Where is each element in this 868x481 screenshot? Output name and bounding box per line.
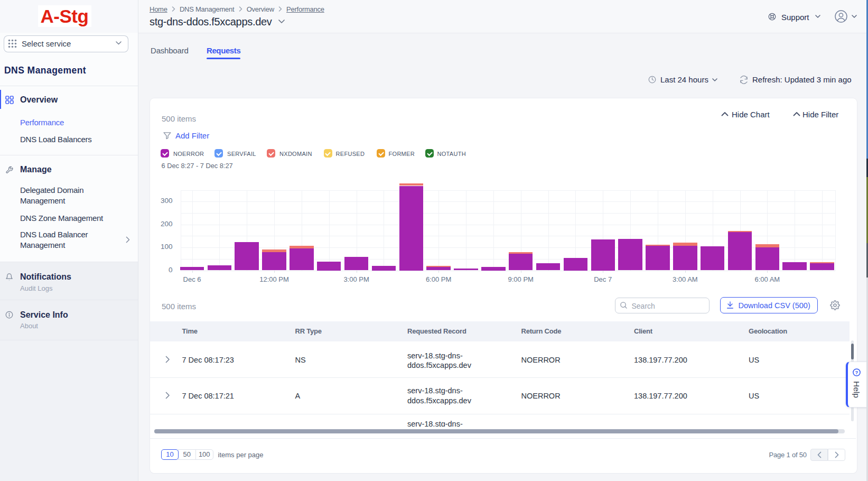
svg-text:?: ? [855,369,858,375]
